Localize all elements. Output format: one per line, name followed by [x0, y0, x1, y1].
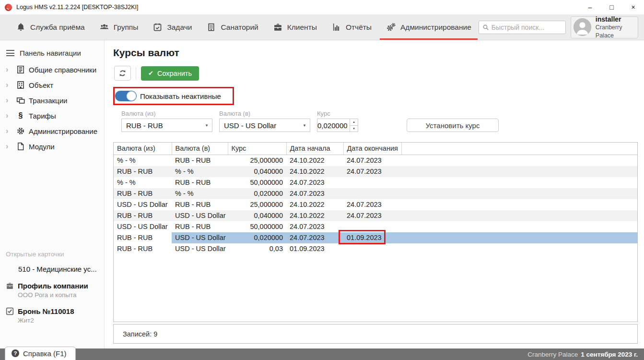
- currency-to-label: Валюта (в): [219, 110, 310, 117]
- navigation-panel-title: Панель навигации: [20, 49, 81, 57]
- minimize-button[interactable]: –: [579, 0, 601, 14]
- save-button[interactable]: ✔ Сохранить: [141, 66, 199, 81]
- navigation-panel: Панель навигации › Общие справочники › О…: [0, 40, 105, 348]
- tab-label: Отчёты: [346, 23, 372, 32]
- open-card-title: Профиль компании: [18, 282, 88, 290]
- rate-spinbox: ▴ ▾: [317, 119, 358, 132]
- tab-administration[interactable]: Администрирование: [379, 14, 479, 40]
- show-inactive-toggle[interactable]: [115, 91, 137, 101]
- currency-to-value: USD - US Dollar: [224, 121, 276, 130]
- sidebar-item-label: Администрирование: [29, 127, 97, 135]
- gears-icon: [386, 22, 396, 32]
- table-header-row: Валюта (из) Валюта (в) Курс Дата начала …: [114, 143, 637, 155]
- column-header[interactable]: Валюта (из): [114, 143, 172, 155]
- column-header[interactable]: Дата начала: [286, 143, 343, 155]
- chevron-right-icon: ›: [6, 143, 14, 150]
- chevron-right-icon: ›: [6, 127, 14, 135]
- tab-clients[interactable]: Клиенты: [266, 14, 324, 40]
- status-date: 1 сентября 2023 г.: [581, 351, 638, 358]
- currency-to-select[interactable]: USD - US Dollar ▾: [219, 119, 310, 132]
- open-card[interactable]: Бронь №110018 Жит2: [0, 306, 104, 325]
- title-bar: Logus HMS v2.11.2.224 [DESKTOP-38SJ2KI] …: [0, 0, 644, 14]
- open-card[interactable]: 510 - Медицинские ус...: [0, 264, 104, 275]
- sidebar-item-label: Модули: [29, 143, 55, 151]
- currency-from-select[interactable]: RUB - RUB ▾: [121, 119, 212, 132]
- rate-form: Валюта (из) RUB - RUB ▾ Валюта (в) USD -…: [121, 110, 638, 132]
- tab-label: Санаторий: [221, 23, 258, 32]
- sidebar-item-administration[interactable]: › Администрирование: [0, 123, 104, 139]
- tab-groups[interactable]: Группы: [92, 14, 146, 40]
- question-icon: ?: [12, 349, 19, 357]
- table-row[interactable]: % - %RUB - RUB50,00000024.07.2023: [114, 177, 637, 188]
- window-controls: – □ ×: [579, 0, 644, 14]
- spin-down-icon[interactable]: ▾: [350, 126, 358, 132]
- currency-rates-table: Валюта (из) Валюта (в) Курс Дата начала …: [114, 143, 637, 254]
- records-count: Записей: 9: [113, 324, 638, 344]
- sidebar-item-directories[interactable]: › Общие справочники: [0, 62, 104, 77]
- sidebar-item-modules[interactable]: › Модули: [0, 139, 104, 154]
- status-bar: Cranberry Palace 1 сентября 2023 г.: [0, 348, 644, 360]
- close-button[interactable]: ×: [622, 0, 644, 14]
- open-card-subtitle: ООО Рога и копыта: [6, 291, 101, 299]
- rate-input[interactable]: [317, 119, 350, 132]
- set-rate-button[interactable]: Установить курс: [407, 119, 499, 132]
- table-row[interactable]: RUB - RUBUSD - US Dollar0,04000024.10.20…: [114, 210, 637, 221]
- tab-label: Служба приёма: [30, 23, 85, 32]
- table-row[interactable]: RUB - RUB% - %0,02000024.07.2023: [114, 188, 637, 199]
- sidebar-item-tariffs[interactable]: › § Тарифы: [0, 108, 104, 123]
- tab-sanatorium[interactable]: Санаторий: [199, 14, 265, 40]
- open-cards-section: Открытые карточки 510 - Медицинские ус..…: [0, 248, 104, 348]
- help-button-label: Справка (F1): [23, 349, 67, 358]
- sidebar-item-label: Объект: [29, 81, 53, 89]
- calendar-check-icon: [152, 22, 163, 32]
- column-header[interactable]: Дата окончания: [343, 143, 401, 155]
- table-row[interactable]: % - %RUB - RUB25,00000024.10.202224.07.2…: [114, 155, 637, 167]
- hamburger-icon: [6, 50, 14, 56]
- grid-area: Валюта (из) Валюта (в) Курс Дата начала …: [113, 142, 638, 344]
- sidebar-item-transactions[interactable]: › Транзакции: [0, 93, 104, 108]
- table-row[interactable]: USD - US DollarRUB - RUB50,00000024.07.2…: [114, 221, 637, 232]
- open-card[interactable]: Профиль компании ООО Рога и копыта: [0, 280, 104, 300]
- sidebar-item-label: Транзакции: [29, 96, 67, 105]
- building-icon: [206, 22, 216, 32]
- help-button[interactable]: ? Справка (F1): [5, 347, 76, 360]
- quick-search-box: [479, 21, 566, 34]
- tab-label: Клиенты: [287, 23, 317, 32]
- column-header[interactable]: Валюта (в): [172, 143, 228, 155]
- column-header[interactable]: Курс: [228, 143, 286, 155]
- chevron-down-icon: ▾: [299, 123, 310, 128]
- window-title: Logus HMS v2.11.2.224 [DESKTOP-38SJ2KI]: [16, 4, 139, 11]
- gear-icon: [16, 127, 25, 135]
- status-property: Cranberry Palace: [527, 351, 578, 358]
- save-button-label: Сохранить: [157, 70, 192, 77]
- chevron-right-icon: ›: [6, 81, 14, 89]
- sidebar-item-object[interactable]: › Объект: [0, 77, 104, 93]
- tab-label: Группы: [114, 23, 139, 32]
- table-row[interactable]: RUB - RUB% - %0,04000024.10.202224.07.20…: [114, 166, 637, 177]
- maximize-button[interactable]: □: [601, 0, 622, 14]
- search-input[interactable]: [492, 24, 562, 31]
- tab-reception[interactable]: Служба приёма: [9, 14, 92, 40]
- open-card-title: Бронь №110018: [18, 307, 74, 315]
- table-row[interactable]: RUB - RUBUSD - US Dollar0,0301.09.2023: [114, 243, 637, 254]
- table-row[interactable]: RUB - RUBUSD - US Dollar0,02000024.07.20…: [114, 232, 637, 243]
- user-name: installer: [596, 15, 631, 24]
- sidebar-item-label: Общие справочники: [29, 66, 96, 74]
- search-icon: [482, 24, 489, 31]
- app-logo-icon: [5, 4, 12, 11]
- toolbar-separator: [136, 67, 136, 79]
- page-title: Курсы валют: [113, 47, 638, 59]
- tab-reports[interactable]: Отчёты: [324, 14, 379, 40]
- refresh-button[interactable]: [114, 66, 131, 81]
- tab-tasks[interactable]: Задачи: [145, 14, 199, 40]
- spin-up-icon[interactable]: ▴: [350, 119, 358, 126]
- chevron-right-icon: ›: [6, 66, 14, 73]
- navigation-panel-header[interactable]: Панель навигации: [0, 45, 104, 62]
- check-icon: ✔: [148, 70, 153, 77]
- toggle-knob: [127, 91, 136, 101]
- user-property: Cranberry Palace: [596, 24, 631, 39]
- cards-icon: [16, 96, 25, 105]
- table-row[interactable]: USD - US DollarRUB - RUB25,00000024.10.2…: [114, 199, 637, 210]
- user-menu[interactable]: installer Cranberry Palace: [571, 16, 638, 38]
- tab-label: Администрирование: [400, 23, 471, 32]
